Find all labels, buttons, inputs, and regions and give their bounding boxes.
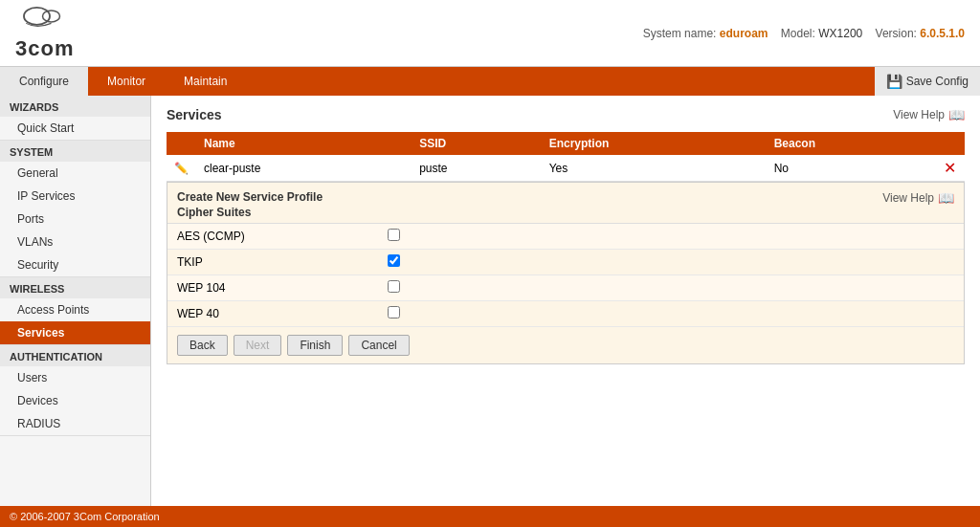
tab-monitor[interactable]: Monitor xyxy=(88,67,165,96)
profile-view-help-link[interactable]: View Help 📖 xyxy=(882,190,954,206)
svg-point-0 xyxy=(24,7,50,24)
cipher-row-wep40: WEP 40 xyxy=(167,301,964,327)
aes-checkbox[interactable] xyxy=(388,229,400,241)
sidebar-section-system: SYSTEM General IP Services Ports VLANs S… xyxy=(0,141,150,277)
sidebar-item-ip-services[interactable]: IP Services xyxy=(0,185,150,208)
delete-icon[interactable]: ✕ xyxy=(944,160,956,176)
sidebar-heading-wireless: WIRELESS xyxy=(0,277,150,298)
sidebar-item-users[interactable]: Users xyxy=(0,366,150,389)
tab-configure[interactable]: Configure xyxy=(0,67,88,96)
table-row: ✏️ clear-puste puste Yes No ✕ xyxy=(167,155,965,182)
sidebar-heading-authentication: AUTHENTICATION xyxy=(0,345,150,366)
create-profile-box: Create New Service Profile Cipher Suites… xyxy=(167,182,965,364)
model-value: WX1200 xyxy=(818,27,862,40)
main-layout: WIZARDS Quick Start SYSTEM General IP Se… xyxy=(0,96,980,506)
cipher-checkbox-aes[interactable] xyxy=(378,224,964,250)
system-name-value: eduroam xyxy=(720,27,768,40)
col-actions xyxy=(936,132,965,155)
navbar: Configure Monitor Maintain 💾 Save Config xyxy=(0,67,980,96)
sidebar-item-security[interactable]: Security xyxy=(0,253,150,276)
row-encryption: Yes xyxy=(542,155,767,182)
row-edit-icon[interactable]: ✏️ xyxy=(167,155,196,182)
logo: 3com xyxy=(15,6,74,61)
col-encryption: Encryption xyxy=(542,132,767,155)
wep40-checkbox[interactable] xyxy=(388,306,400,318)
profile-button-row: Back Next Finish Cancel xyxy=(167,327,964,363)
row-ssid: puste xyxy=(412,155,542,182)
profile-box-title: Create New Service Profile xyxy=(177,190,323,204)
sidebar-item-services[interactable]: Services xyxy=(0,321,150,344)
cipher-row-tkip: TKIP xyxy=(167,250,964,275)
cancel-button[interactable]: Cancel xyxy=(348,335,409,356)
view-help-link[interactable]: View Help 📖 xyxy=(893,107,965,122)
cipher-checkbox-wep40[interactable] xyxy=(378,301,964,327)
page-title: Services xyxy=(167,107,222,122)
col-beacon: Beacon xyxy=(767,132,936,155)
tkip-checkbox[interactable] xyxy=(388,254,400,267)
sidebar-section-wizards: WIZARDS Quick Start xyxy=(0,96,150,141)
footer: © 2006-2007 3Com Corporation xyxy=(0,506,980,527)
content-header: Services View Help 📖 xyxy=(167,107,965,122)
sidebar-heading-wizards: WIZARDS xyxy=(0,96,150,117)
sidebar-section-authentication: AUTHENTICATION Users Devices RADIUS xyxy=(0,345,150,436)
sidebar-heading-system: SYSTEM xyxy=(0,141,150,162)
sidebar-item-vlans[interactable]: VLANs xyxy=(0,231,150,253)
save-config-button[interactable]: 💾 Save Config xyxy=(875,67,980,96)
col-icon xyxy=(167,132,196,155)
model-label: Model: xyxy=(781,27,815,40)
system-info: System name: eduroam Model: WX1200 Versi… xyxy=(643,27,965,40)
row-name: clear-puste xyxy=(196,155,412,182)
help-icon: 📖 xyxy=(948,107,965,122)
footer-text: © 2006-2007 3Com Corporation xyxy=(10,511,160,522)
cipher-suites-table: AES (CCMP) TKIP WEP 104 WEP 40 xyxy=(167,224,964,327)
cipher-checkbox-tkip[interactable] xyxy=(378,250,964,275)
version-label: Version: xyxy=(876,27,917,40)
next-button[interactable]: Next xyxy=(234,335,282,356)
logo-image xyxy=(15,6,73,34)
cipher-name-tkip: TKIP xyxy=(167,250,378,275)
version-value: 6.0.5.1.0 xyxy=(920,27,965,40)
save-config-label: Save Config xyxy=(906,75,969,88)
cipher-name-wep40: WEP 40 xyxy=(167,301,378,327)
system-name-label: System name: xyxy=(643,27,717,40)
row-beacon: No xyxy=(767,155,936,182)
row-delete[interactable]: ✕ xyxy=(936,155,965,182)
col-name: Name xyxy=(196,132,412,155)
cipher-name-wep104: WEP 104 xyxy=(167,275,378,301)
sidebar-item-devices[interactable]: Devices xyxy=(0,389,150,412)
header: 3com System name: eduroam Model: WX1200 … xyxy=(0,0,980,67)
sidebar-item-quick-start[interactable]: Quick Start xyxy=(0,117,150,140)
finish-button[interactable]: Finish xyxy=(287,335,343,356)
back-button[interactable]: Back xyxy=(177,335,228,356)
content-area: Services View Help 📖 Name SSID Encryptio… xyxy=(151,96,980,506)
profile-box-header: Create New Service Profile Cipher Suites… xyxy=(167,183,964,224)
wep104-checkbox[interactable] xyxy=(388,280,400,293)
cipher-checkbox-wep104[interactable] xyxy=(378,275,964,301)
sidebar-item-access-points[interactable]: Access Points xyxy=(0,298,150,321)
sidebar-item-radius[interactable]: RADIUS xyxy=(0,412,150,435)
sidebar-item-ports[interactable]: Ports xyxy=(0,208,150,231)
cipher-suites-label: Cipher Suites xyxy=(177,206,323,219)
sidebar-item-general[interactable]: General xyxy=(0,162,150,185)
col-ssid: SSID xyxy=(412,132,542,155)
cipher-row-wep104: WEP 104 xyxy=(167,275,964,301)
sidebar-section-wireless: WIRELESS Access Points Services xyxy=(0,277,150,345)
services-table: Name SSID Encryption Beacon ✏️ clear-pus… xyxy=(167,132,965,182)
svg-point-1 xyxy=(43,10,60,21)
brand-name: 3com xyxy=(15,36,74,61)
sidebar: WIZARDS Quick Start SYSTEM General IP Se… xyxy=(0,96,151,506)
cipher-row-aes: AES (CCMP) xyxy=(167,224,964,250)
save-icon: 💾 xyxy=(886,74,902,89)
profile-view-help-label: View Help xyxy=(882,191,934,205)
view-help-label: View Help xyxy=(893,108,945,121)
tab-maintain[interactable]: Maintain xyxy=(165,67,246,96)
cipher-name-aes: AES (CCMP) xyxy=(167,224,378,250)
profile-help-icon: 📖 xyxy=(938,190,954,206)
